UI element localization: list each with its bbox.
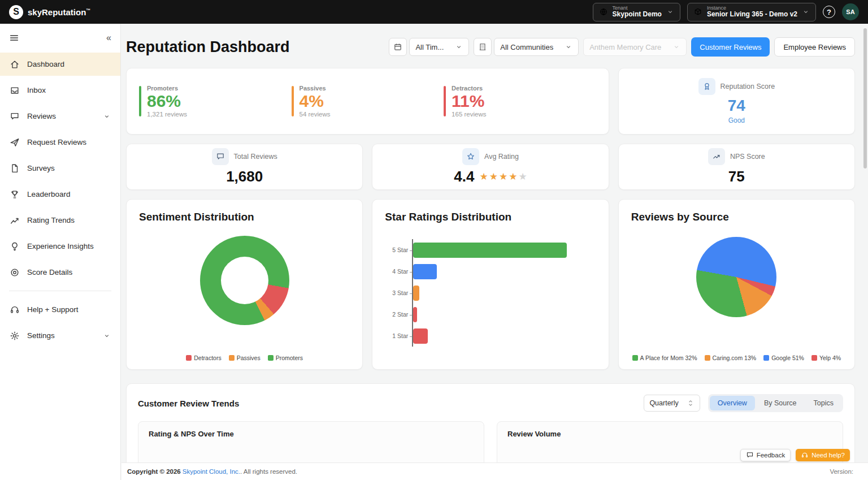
legend-item: Caring.com 13% bbox=[705, 354, 757, 361]
passives-count: 54 reviews bbox=[300, 111, 331, 118]
tenant-value: Skypoint Demo bbox=[613, 11, 662, 19]
legend-item: Yelp 4% bbox=[811, 354, 841, 361]
sidebar-collapse-icon[interactable]: « bbox=[106, 33, 111, 43]
bar-row: 5 Star bbox=[385, 239, 596, 261]
version-label: Version: bbox=[830, 468, 853, 475]
headset-icon bbox=[10, 305, 20, 315]
bar-row: 2 Star bbox=[385, 304, 596, 325]
feedback-button[interactable]: Feedback bbox=[740, 449, 791, 461]
total-reviews-value: 1,680 bbox=[226, 168, 263, 185]
reputation-score-value: 74 bbox=[728, 97, 745, 115]
tab-topics[interactable]: Topics bbox=[806, 396, 841, 410]
sidebar-item-leaderboard[interactable]: Leaderboard bbox=[0, 183, 120, 206]
bar-label: 4 Star bbox=[385, 268, 412, 275]
sentiment-legend: Detractors Passives Promoters bbox=[127, 354, 362, 361]
cube-icon bbox=[693, 7, 702, 16]
rating-nps-panel: Rating & NPS Over Time bbox=[138, 421, 484, 462]
star-filled-icon: ★ bbox=[499, 172, 507, 181]
avg-rating-value: 4.4 bbox=[454, 168, 474, 185]
document-icon bbox=[10, 163, 20, 174]
chevron-down-icon bbox=[672, 43, 680, 51]
sidebar-item-label: Dashboard bbox=[27, 60, 64, 68]
bar-row: 3 Star bbox=[385, 282, 596, 304]
sidebar-item-dashboard[interactable]: Dashboard bbox=[0, 53, 120, 76]
avg-rating-label: Avg Rating bbox=[484, 153, 519, 161]
star-icon bbox=[462, 148, 479, 165]
send-icon bbox=[10, 137, 20, 148]
bar-2-star bbox=[413, 307, 417, 322]
sidebar-item-settings[interactable]: Settings bbox=[0, 324, 120, 347]
hamburger-menu-icon[interactable] bbox=[9, 33, 19, 43]
total-reviews-label: Total Reviews bbox=[234, 153, 277, 161]
instance-value: Senior Living 365 - Demo v2 bbox=[707, 11, 797, 19]
passives-percent: 4% bbox=[300, 92, 331, 110]
communities-select[interactable]: All Communities bbox=[494, 38, 579, 56]
bar-1-star bbox=[413, 328, 427, 344]
star-ratings-bar-chart: 5 Star 4 Star 3 Star 2 Star 1 Star bbox=[385, 239, 596, 347]
sidebar-item-help-support[interactable]: Help + Support bbox=[0, 298, 120, 321]
star-filled-icon: ★ bbox=[479, 172, 488, 181]
sentiment-summary-card: Promoters 86% 1,321 reviews Passives 4% … bbox=[126, 68, 609, 135]
inbox-icon bbox=[10, 85, 20, 96]
sidebar-item-label: Experience Insights bbox=[27, 242, 94, 250]
sidebar-item-reviews[interactable]: Reviews bbox=[0, 105, 120, 128]
tab-by-source[interactable]: By Source bbox=[756, 396, 805, 410]
star-ratings-chart-title: Star Ratings Distribution bbox=[385, 211, 596, 223]
help-icon[interactable]: ? bbox=[823, 6, 835, 18]
bar-4-star bbox=[413, 264, 437, 279]
time-range-select[interactable]: All Tim... bbox=[409, 38, 469, 56]
trends-period-select[interactable]: Quarterly bbox=[644, 395, 700, 412]
sidebar-item-label: Inbox bbox=[27, 86, 46, 94]
tenant-selector[interactable]: Tenant Skypoint Demo bbox=[593, 3, 680, 21]
reputation-score-card: Reputation Score 74 Good bbox=[618, 68, 855, 135]
sidebar-item-request-reviews[interactable]: Request Reviews bbox=[0, 131, 120, 154]
passives-stat: Passives 4% 54 reviews bbox=[292, 85, 444, 118]
award-icon bbox=[698, 78, 715, 95]
sidebar-item-label: Reviews bbox=[27, 112, 56, 120]
community-detail-select-disabled: Anthem Memory Care bbox=[583, 38, 687, 56]
source-legend: A Place for Mom 32% Caring.com 13% Googl… bbox=[619, 354, 854, 361]
sidebar-item-label: Rating Trends bbox=[27, 216, 75, 224]
chevron-down-icon bbox=[565, 43, 572, 51]
trophy-icon bbox=[10, 189, 20, 200]
company-link[interactable]: Skypoint Cloud, Inc. bbox=[183, 468, 240, 475]
updown-icon bbox=[687, 399, 695, 407]
community-filter-button[interactable] bbox=[474, 38, 492, 56]
chevron-down-icon bbox=[802, 8, 810, 16]
footer: Copyright © 2026 Skypoint Cloud, Inc. . … bbox=[121, 462, 868, 480]
employee-reviews-button[interactable]: Employee Reviews bbox=[774, 37, 855, 57]
detractors-percent: 11% bbox=[452, 92, 486, 110]
chat-bubble-icon bbox=[10, 111, 20, 122]
promoters-accent-bar bbox=[139, 86, 141, 116]
sidebar-item-inbox[interactable]: Inbox bbox=[0, 79, 120, 102]
user-avatar[interactable]: SA bbox=[842, 3, 859, 20]
customer-reviews-button[interactable]: Customer Reviews bbox=[691, 37, 770, 57]
bar-label: 1 Star bbox=[385, 332, 412, 339]
copyright-text: Copyright © 2026 bbox=[127, 468, 181, 475]
star-ratings-card: Star Ratings Distribution 5 Star 4 Star … bbox=[372, 199, 609, 370]
rating-nps-panel-title: Rating & NPS Over Time bbox=[149, 430, 474, 438]
avg-rating-card: Avg Rating 4.4 ★★★★★ bbox=[372, 144, 609, 190]
sidebar-item-label: Surveys bbox=[27, 164, 55, 172]
tab-overview[interactable]: Overview bbox=[710, 396, 755, 410]
star-filled-icon: ★ bbox=[509, 172, 517, 181]
sidebar-item-score-details[interactable]: Score Details bbox=[0, 261, 120, 284]
legend-item: A Place for Mom 32% bbox=[632, 354, 697, 361]
calendar-filter-button[interactable] bbox=[389, 38, 407, 56]
instance-selector[interactable]: Instance Senior Living 365 - Demo v2 bbox=[687, 3, 816, 21]
skypoint-logo-icon: S bbox=[9, 5, 23, 19]
sentiment-donut-chart bbox=[200, 236, 289, 325]
need-help-button[interactable]: Need help? bbox=[796, 449, 850, 461]
feedback-label: Feedback bbox=[757, 452, 785, 459]
sidebar-item-experience-insights[interactable]: Experience Insights bbox=[0, 235, 120, 258]
vertical-scrollbar[interactable] bbox=[863, 28, 867, 168]
sidebar-item-surveys[interactable]: Surveys bbox=[0, 157, 120, 180]
calendar-icon bbox=[393, 42, 402, 51]
sidebar-item-rating-trends[interactable]: Rating Trends bbox=[0, 209, 120, 232]
review-volume-panel-title: Review Volume bbox=[507, 430, 832, 438]
total-reviews-card: Total Reviews 1,680 bbox=[126, 144, 363, 190]
trends-tabs: Overview By Source Topics bbox=[708, 394, 843, 412]
sidebar-item-label: Score Details bbox=[27, 268, 72, 276]
time-range-value: All Tim... bbox=[415, 43, 444, 51]
bar-label: 3 Star bbox=[385, 289, 412, 296]
